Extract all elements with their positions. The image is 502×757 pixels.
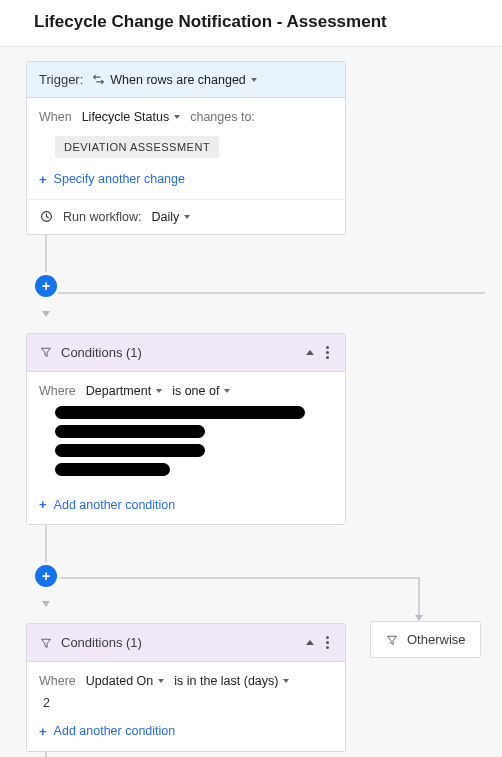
caret-down-icon — [156, 389, 162, 393]
rows-changed-icon — [91, 73, 105, 87]
conditions-1-menu[interactable] — [322, 344, 333, 361]
trigger-label: Trigger: — [39, 72, 83, 87]
plus-icon: + — [39, 498, 47, 511]
add-condition-1[interactable]: + Add another condition — [39, 498, 175, 512]
branch-line-2 — [45, 577, 419, 579]
redacted-value — [55, 406, 305, 419]
trigger-card: Trigger: When rows are changed When Life… — [26, 61, 346, 235]
conditions-2-header: Conditions (1) — [27, 624, 345, 662]
run-workflow-label: Run workflow: — [63, 210, 142, 224]
connector-line: + — [45, 235, 47, 291]
collapse-icon[interactable] — [306, 640, 314, 645]
branch-line-1 — [45, 292, 485, 294]
where-label-1: Where — [39, 384, 76, 398]
arrow-down-icon — [42, 311, 50, 317]
clock-icon — [39, 210, 53, 224]
run-workflow-bar: Run workflow: Daily — [27, 199, 345, 234]
trigger-field-selector[interactable]: Lifecycle Status — [82, 110, 181, 124]
cond1-op-selector[interactable]: is one of — [172, 384, 230, 398]
caret-down-icon — [158, 679, 164, 683]
caret-down-icon — [174, 115, 180, 119]
connector-line — [45, 752, 47, 758]
changes-to-label: changes to: — [190, 110, 255, 124]
arrow-down-icon — [42, 601, 50, 607]
plus-icon: + — [39, 173, 47, 186]
workflow-canvas: Trigger: When rows are changed When Life… — [0, 61, 502, 757]
add-step-button[interactable]: + — [35, 275, 57, 297]
when-label: When — [39, 110, 72, 124]
conditions-card-2: Conditions (1) Where Updated On is in th… — [26, 623, 346, 752]
plus-icon: + — [39, 725, 47, 738]
add-step-button[interactable]: + — [35, 565, 57, 587]
conditions-1-header: Conditions (1) — [27, 334, 345, 372]
conditions-1-title: Conditions (1) — [61, 345, 142, 360]
cond2-op-selector[interactable]: is in the last (days) — [174, 674, 289, 688]
where-label-2: Where — [39, 674, 76, 688]
redacted-value — [55, 463, 170, 476]
conditions-1-body: Where Department is one of + Add another… — [27, 372, 345, 525]
filter-icon — [39, 345, 53, 359]
filter-icon — [385, 633, 399, 647]
trigger-value-tag[interactable]: DEVIATION ASSESSMENT — [55, 136, 219, 158]
cond2-field-selector[interactable]: Updated On — [86, 674, 164, 688]
page-header: Lifecycle Change Notification - Assessme… — [0, 0, 502, 47]
run-frequency-selector[interactable]: Daily — [152, 210, 191, 224]
trigger-type-text: When rows are changed — [110, 73, 246, 87]
redacted-value — [55, 444, 205, 457]
otherwise-label: Otherwise — [407, 632, 466, 647]
conditions-2-body: Where Updated On is in the last (days) 2… — [27, 662, 345, 751]
cond2-value[interactable]: 2 — [39, 690, 333, 714]
cond1-field-selector[interactable]: Department — [86, 384, 162, 398]
conditions-2-title: Conditions (1) — [61, 635, 142, 650]
page-title: Lifecycle Change Notification - Assessme… — [34, 12, 468, 32]
add-condition-2[interactable]: + Add another condition — [39, 724, 175, 738]
specify-another-change[interactable]: + Specify another change — [39, 172, 185, 186]
caret-down-icon — [283, 679, 289, 683]
filter-icon — [39, 636, 53, 650]
conditions-2-menu[interactable] — [322, 634, 333, 651]
collapse-icon[interactable] — [306, 350, 314, 355]
trigger-type-selector[interactable]: When rows are changed — [91, 73, 257, 87]
connector-line: + — [45, 525, 47, 581]
caret-down-icon — [251, 78, 257, 82]
redacted-value — [55, 425, 205, 438]
conditions-card-1: Conditions (1) Where Department is one o… — [26, 333, 346, 526]
branch-line-2-down — [418, 577, 420, 617]
trigger-header: Trigger: When rows are changed — [27, 62, 345, 98]
trigger-body: When Lifecycle Status changes to: DEVIAT… — [27, 98, 345, 199]
caret-down-icon — [224, 389, 230, 393]
caret-down-icon — [184, 215, 190, 219]
otherwise-node[interactable]: Otherwise — [370, 621, 481, 658]
